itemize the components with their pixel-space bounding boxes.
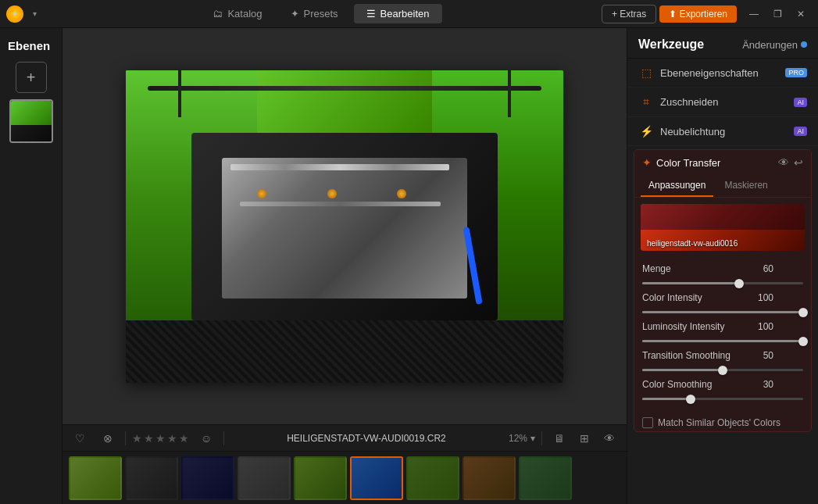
filmstrip-thumb-5[interactable] [294, 456, 347, 500]
image-canvas[interactable] [63, 28, 627, 424]
visibility-icon[interactable]: 👁 [598, 427, 620, 449]
tool-zuschneiden[interactable]: ⌗ Zuschneiden AI [627, 88, 818, 117]
left-panel: Ebenen + [0, 28, 63, 504]
star-1[interactable]: ★ [132, 432, 142, 445]
emoji-icon[interactable]: ☺ [195, 427, 217, 449]
ct-preview-label: heiligenstadt-vw-audi0016 [647, 239, 738, 248]
star-3[interactable]: ★ [155, 432, 166, 445]
toolbar-separator-3 [541, 431, 542, 445]
menge-slider[interactable] [642, 282, 803, 284]
changes-dot [801, 41, 807, 48]
titlebar-actions: + Extras ⬆ Exportieren [602, 5, 737, 23]
compare-icon[interactable]: ⊞ [573, 427, 595, 449]
transition-value: 50 [748, 350, 773, 361]
tab-katalog[interactable]: 🗂 Katalog [200, 4, 274, 23]
menge-value: 60 [748, 263, 773, 274]
color-transfer-visibility-btn[interactable]: 👁 [778, 156, 789, 169]
ct-tab-maskieren[interactable]: Maskieren [716, 175, 775, 197]
right-panel-header: Werkzeuge Änderungen [627, 28, 818, 59]
maximize-button[interactable]: ❐ [766, 3, 788, 25]
titlebar: ✦ ▾ 🗂 Katalog ✦ Presets ☰ Bearbeiten + E… [0, 0, 818, 28]
minimize-button[interactable]: — [743, 3, 765, 25]
star-4[interactable]: ★ [167, 432, 177, 445]
luminosity-slider[interactable] [642, 340, 803, 342]
window-controls: — ❐ ✕ [743, 3, 812, 25]
zuschneiden-label: Zuschneiden [660, 96, 788, 108]
slider-row-menge: Menge 60 [642, 263, 803, 274]
color-transfer-section: ✦ Color Transfer 👁 ↩ Anpassungen Maskier… [634, 149, 812, 432]
export-button[interactable]: ⬆ Exportieren [659, 5, 737, 23]
filmstrip-thumb-3[interactable] [181, 456, 234, 500]
color-smoothing-value: 30 [748, 379, 773, 390]
star-5[interactable]: ★ [179, 432, 189, 445]
neubelichtung-label: Neubelichtung [660, 126, 788, 138]
filmstrip-thumb-6-selected[interactable] [350, 456, 403, 500]
color-transfer-reset-btn[interactable]: ↩ [794, 156, 803, 169]
luminosity-value: 100 [748, 321, 773, 332]
extras-button[interactable]: + Extras [602, 5, 656, 23]
layers-panel-title: Ebenen [0, 36, 58, 55]
view-icons: 🖥 ⊞ 👁 [548, 427, 620, 449]
heart-icon[interactable]: ♡ [69, 427, 91, 449]
slider-row-color-intensity: Color Intensity 100 [642, 292, 803, 303]
zoom-indicator[interactable]: 12% ▾ [509, 433, 535, 444]
right-panel: Werkzeuge Änderungen ⬚ Ebeneneigenschaft… [627, 28, 818, 504]
filmstrip-thumb-8[interactable] [463, 456, 516, 500]
presets-icon: ✦ [291, 8, 299, 20]
star-2[interactable]: ★ [144, 432, 154, 445]
color-intensity-slider[interactable] [642, 311, 803, 313]
filmstrip-thumb-7[interactable] [406, 456, 459, 500]
add-layer-button[interactable]: + [16, 62, 47, 93]
ebenen-badge: PRO [785, 68, 807, 77]
zuschneiden-badge: AI [794, 98, 807, 107]
color-smoothing-slider[interactable] [642, 398, 803, 400]
changes-label: Änderungen [742, 39, 798, 51]
nav-tabs: 🗂 Katalog ✦ Presets ☰ Bearbeiten [41, 4, 602, 23]
luminosity-label: Luminosity Intensity [642, 321, 744, 332]
color-intensity-label: Color Intensity [642, 292, 744, 303]
filmstrip-thumb-1[interactable] [69, 456, 122, 500]
transition-label: Transition Smoothing [642, 350, 744, 361]
layer-thumb-image [11, 101, 52, 141]
match-similar-objects-row[interactable]: Match Similar Objects' Colors [634, 414, 811, 431]
filmstrip [63, 451, 627, 504]
color-transfer-icon: ✦ [642, 156, 652, 169]
filmstrip-thumb-2[interactable] [125, 456, 178, 500]
changes-badge: Änderungen [742, 39, 807, 51]
transition-slider[interactable] [642, 369, 803, 371]
center-area: ♡ ⊗ ★ ★ ★ ★ ★ ☺ HEILIGENSTADT-VW-AUDI001… [63, 28, 627, 504]
filmstrip-thumb-4[interactable] [238, 456, 291, 500]
ebenen-icon: ⬚ [638, 66, 654, 79]
ct-tab-anpassungen[interactable]: Anpassungen [641, 175, 713, 197]
star-rating[interactable]: ★ ★ ★ ★ ★ [132, 432, 189, 445]
werkzeuge-title: Werkzeuge [638, 38, 704, 52]
color-transfer-actions: 👁 ↩ [778, 156, 803, 169]
match-similar-objects-label: Match Similar Objects' Colors [658, 417, 780, 428]
slider-row-color-smoothing: Color Smoothing 30 [642, 379, 803, 390]
menge-label: Menge [642, 263, 744, 274]
toolbar-separator-2 [223, 431, 224, 445]
bottom-toolbar: ♡ ⊗ ★ ★ ★ ★ ★ ☺ HEILIGENSTADT-VW-AUDI001… [63, 424, 627, 451]
tab-presets[interactable]: ✦ Presets [278, 4, 351, 23]
tool-neubelichtung[interactable]: ⚡ Neubelichtung AI [627, 117, 818, 146]
color-intensity-value: 100 [748, 292, 773, 303]
ebenen-label: Ebeneneigenschaften [660, 67, 779, 79]
tool-ebenen[interactable]: ⬚ Ebeneneigenschaften PRO [627, 59, 818, 88]
neubelichtung-icon: ⚡ [638, 125, 654, 138]
close-button[interactable]: ✕ [790, 3, 812, 25]
zuschneiden-icon: ⌗ [638, 95, 654, 109]
color-smoothing-label: Color Smoothing [642, 379, 744, 390]
reject-icon[interactable]: ⊗ [97, 427, 119, 449]
app-logo: ✦ [6, 5, 23, 23]
toolbar-separator-1 [125, 431, 126, 445]
slider-row-transition: Transition Smoothing 50 [642, 350, 803, 361]
monitor-icon[interactable]: 🖥 [548, 427, 570, 449]
app-menu-dropdown[interactable]: ▾ [28, 8, 41, 20]
bearbeiten-icon: ☰ [366, 8, 376, 20]
tab-bearbeiten[interactable]: ☰ Bearbeiten [354, 4, 442, 23]
filmstrip-thumb-9[interactable] [519, 456, 572, 500]
match-similar-objects-checkbox[interactable] [642, 417, 653, 428]
color-transfer-title: Color Transfer [656, 157, 773, 169]
color-transfer-preview[interactable]: heiligenstadt-vw-audi0016 [641, 204, 805, 251]
layer-thumbnail[interactable] [9, 99, 53, 143]
